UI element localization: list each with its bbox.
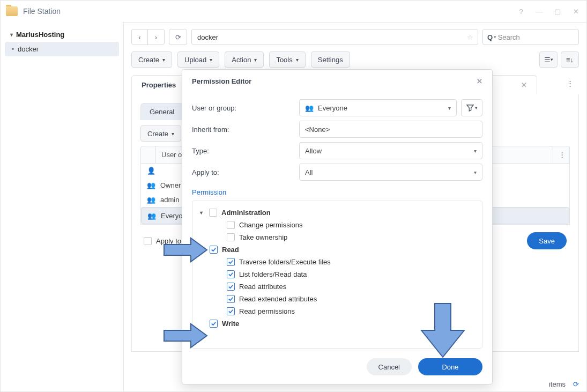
user-or-group-value: Everyone bbox=[318, 104, 347, 112]
lbl-apply-to: Apply to: bbox=[192, 168, 299, 176]
perm-item[interactable]: Traverse folders/Execute files bbox=[200, 256, 474, 268]
maximize-icon[interactable]: ▢ bbox=[552, 6, 563, 17]
close-icon[interactable]: ✕ bbox=[477, 77, 482, 85]
group-icon: 👥 bbox=[146, 181, 156, 189]
tree-root-label: MariusHosting bbox=[16, 31, 64, 39]
chevron-down-icon: ▾ bbox=[474, 148, 477, 154]
perm-item[interactable]: List folders/Read data bbox=[200, 268, 474, 280]
close-icon[interactable]: ✕ bbox=[570, 6, 581, 17]
view-list-button[interactable]: ☰▾ bbox=[539, 51, 558, 68]
type-select[interactable]: Allow ▾ bbox=[299, 142, 482, 159]
chevron-down-icon: ▾ bbox=[172, 131, 174, 137]
perm-write-label: Write bbox=[222, 320, 239, 328]
filter-button[interactable]: ▾ bbox=[461, 99, 482, 116]
row-label: Owner bbox=[160, 181, 181, 189]
chevron-down-icon: ▾ bbox=[162, 57, 165, 63]
checkbox[interactable] bbox=[227, 270, 235, 278]
apply-to-select[interactable]: All ▾ bbox=[299, 164, 482, 181]
minimize-icon[interactable]: — bbox=[534, 6, 545, 17]
refresh-icon[interactable]: ⟳ bbox=[573, 380, 579, 388]
window-title: File Station bbox=[23, 7, 61, 16]
inherit-value: <None> bbox=[305, 125, 330, 134]
perm-item[interactable]: Take ownership bbox=[200, 231, 474, 243]
chevron-down-icon: ▾ bbox=[296, 57, 299, 63]
user-or-group-select[interactable]: 👥 Everyone ▾ bbox=[299, 99, 457, 116]
star-icon[interactable]: ☆ bbox=[467, 33, 473, 41]
checkbox-write[interactable] bbox=[210, 320, 218, 328]
perm-group-read[interactable]: Read bbox=[200, 243, 474, 256]
perm-item[interactable]: Read attributes bbox=[200, 280, 474, 293]
row-label: admin bbox=[160, 196, 179, 204]
search-icon: Q bbox=[487, 33, 493, 41]
sort-button[interactable]: ≡↓ bbox=[561, 51, 579, 68]
perm-label: Take ownership bbox=[239, 233, 287, 241]
search-placeholder: Search bbox=[498, 33, 520, 41]
checkbox[interactable] bbox=[227, 233, 235, 241]
annotation-arrow-icon bbox=[419, 301, 467, 360]
permission-heading: Permission bbox=[192, 188, 482, 196]
search-caret: ▾ bbox=[494, 34, 498, 40]
subtab-general[interactable]: General bbox=[140, 103, 183, 120]
action-button[interactable]: Action▾ bbox=[225, 51, 264, 68]
tree-item-label: docker bbox=[18, 45, 39, 53]
more-icon[interactable]: ⋮ bbox=[561, 75, 579, 91]
perm-create-label: Create bbox=[147, 130, 168, 138]
upload-button[interactable]: Upload▾ bbox=[177, 51, 219, 68]
checkbox-admin[interactable] bbox=[209, 209, 217, 217]
perm-label: Change permissions bbox=[239, 221, 303, 229]
checkbox[interactable] bbox=[227, 258, 235, 266]
annotation-arrow-icon bbox=[161, 236, 210, 263]
tree-item-docker[interactable]: • docker bbox=[5, 42, 119, 56]
inherit-from-field: <None> bbox=[299, 121, 482, 138]
annotation-arrow-icon bbox=[161, 322, 210, 349]
perm-label: Read extended attributes bbox=[239, 295, 317, 303]
save-button[interactable]: Save bbox=[527, 232, 567, 249]
settings-button[interactable]: Settings bbox=[311, 51, 350, 68]
tab-label: Properties bbox=[142, 81, 176, 89]
path-input[interactable]: docker ☆ bbox=[191, 29, 478, 45]
tools-button[interactable]: Tools▾ bbox=[269, 51, 305, 68]
done-button[interactable]: Done bbox=[418, 358, 482, 375]
subtab-general-label: General bbox=[150, 108, 174, 116]
settings-label: Settings bbox=[318, 56, 343, 64]
tools-label: Tools bbox=[276, 56, 292, 64]
nav-forward-button[interactable]: › bbox=[148, 29, 164, 45]
search-input[interactable]: Q▾ Search bbox=[482, 29, 579, 45]
perm-label: Read permissions bbox=[239, 307, 295, 315]
tree-root[interactable]: ▾ MariusHosting bbox=[1, 27, 123, 42]
lbl-user-or-group: User or group: bbox=[192, 104, 299, 112]
nav-back-button[interactable]: ‹ bbox=[132, 29, 148, 45]
nav-history: ‹ › bbox=[131, 29, 165, 45]
chevron-down-icon: ▾ bbox=[448, 105, 451, 111]
cancel-button[interactable]: Cancel bbox=[367, 358, 412, 375]
apply-recursive-checkbox[interactable] bbox=[144, 237, 152, 245]
checkbox[interactable] bbox=[227, 295, 235, 303]
perm-read-label: Read bbox=[222, 246, 239, 254]
lbl-inherit: Inherit from: bbox=[192, 125, 299, 134]
perm-group-admin[interactable]: ▾ Administration bbox=[200, 206, 474, 219]
user-icon: 👤 bbox=[146, 167, 156, 175]
chevron-down-icon: ▾ bbox=[474, 169, 477, 175]
checkbox[interactable] bbox=[227, 221, 235, 229]
perm-label: Traverse folders/Execute files bbox=[239, 258, 331, 266]
checkbox[interactable] bbox=[227, 283, 235, 291]
col-menu-icon[interactable]: ⋮ bbox=[553, 146, 569, 163]
group-icon: 👥 bbox=[146, 196, 156, 204]
help-icon[interactable]: ? bbox=[516, 6, 526, 17]
perm-item[interactable]: Change permissions bbox=[200, 219, 474, 231]
checkbox-read[interactable] bbox=[210, 246, 218, 254]
upload-label: Upload bbox=[184, 56, 206, 64]
refresh-button[interactable]: ⟳ bbox=[169, 29, 187, 45]
chevron-down-icon: ▾ bbox=[200, 210, 203, 216]
perm-label: List folders/Read data bbox=[239, 270, 307, 278]
chevron-down-icon: ▾ bbox=[10, 32, 13, 38]
chevron-down-icon: ▾ bbox=[210, 57, 212, 63]
close-icon[interactable]: ✕ bbox=[521, 81, 527, 89]
tree-bullet-icon: • bbox=[11, 45, 14, 53]
create-label: Create bbox=[138, 56, 159, 64]
group-icon: 👥 bbox=[305, 104, 314, 112]
create-button[interactable]: Create▾ bbox=[131, 51, 172, 68]
path-text: docker bbox=[197, 33, 218, 41]
checkbox[interactable] bbox=[227, 307, 235, 315]
perm-create-button[interactable]: Create▾ bbox=[140, 125, 181, 142]
